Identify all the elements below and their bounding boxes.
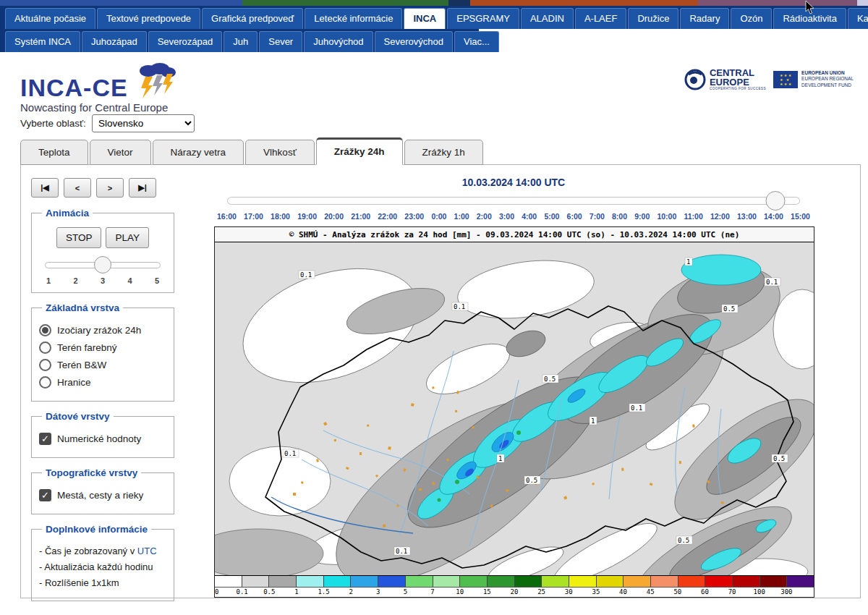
contour-label: 0.5 bbox=[773, 455, 785, 462]
city-marker bbox=[476, 475, 479, 478]
logo-title: INCA-CE bbox=[20, 75, 128, 100]
nav-item-syst-m-inca[interactable]: Systém INCA bbox=[5, 31, 80, 52]
contour-label: 0.5 bbox=[678, 537, 689, 544]
nav-item-viac[interactable]: Viac... bbox=[454, 31, 499, 52]
nav-item-juhov-chod[interactable]: Juhovýchod bbox=[304, 31, 373, 52]
nav-item-grafick-predpove[interactable]: Grafická predpoveď bbox=[202, 8, 303, 29]
mouse-cursor-icon bbox=[805, 1, 815, 15]
nav-item-inca[interactable]: INCA bbox=[404, 8, 446, 29]
legend-cell-7 bbox=[406, 576, 433, 587]
tick-3-00: 3:00 bbox=[499, 212, 514, 221]
nav-item-epsgramy[interactable]: EPSGRAMY bbox=[447, 8, 519, 29]
nav-item-juh[interactable]: Juh bbox=[224, 31, 258, 52]
legend-cell-1 bbox=[242, 576, 270, 587]
current-timestamp: 10.03.2024 14:00 UTC bbox=[214, 177, 813, 188]
radio-dot bbox=[42, 327, 48, 334]
info-section: Doplnkové informácie - Čas je zobrazovan… bbox=[31, 524, 174, 601]
tick-7-00: 7:00 bbox=[590, 212, 605, 221]
first-frame-button[interactable]: |◀ bbox=[31, 178, 59, 198]
tick-10-00: 10:00 bbox=[657, 212, 676, 221]
legend-cell-9 bbox=[460, 576, 488, 587]
tab-zr-ky-24h[interactable]: Zrážky 24h bbox=[316, 137, 403, 165]
time-slider-thumb[interactable] bbox=[765, 191, 785, 211]
nav-item-kamery[interactable]: Kamery bbox=[848, 8, 868, 29]
contour-label: 1 bbox=[498, 455, 502, 462]
legend-cell-12 bbox=[542, 576, 569, 587]
nav-item-radary[interactable]: Radary bbox=[680, 8, 729, 29]
checkbox-option-numerick-hodnoty[interactable]: ✓Numerické hodnoty bbox=[39, 433, 166, 445]
prev-frame-button[interactable]: < bbox=[64, 178, 91, 198]
tick-1-00: 1:00 bbox=[454, 212, 469, 221]
nav-item-dru-ice[interactable]: Družice bbox=[628, 8, 678, 29]
legend-cell-3 bbox=[297, 576, 324, 587]
tick-5-00: 5:00 bbox=[544, 212, 559, 221]
checkbox-label: Numerické hodnoty bbox=[57, 433, 141, 444]
nav-item-textov-predpovede[interactable]: Textové predpovede bbox=[97, 8, 200, 29]
city-marker bbox=[419, 488, 422, 491]
legend-cell-18 bbox=[705, 576, 733, 587]
checkbox-checked[interactable]: ✓ bbox=[39, 489, 51, 501]
speed-slider-thumb[interactable] bbox=[94, 256, 111, 273]
data-layers-section: Dátové vrstvy ✓Numerické hodnoty bbox=[31, 411, 174, 458]
time-slider[interactable] bbox=[227, 191, 800, 211]
play-button[interactable]: PLAY bbox=[106, 227, 149, 248]
tick-2-00: 2:00 bbox=[477, 212, 492, 221]
contour-label: 0.1 bbox=[284, 450, 296, 457]
tab-n-razy-vetra[interactable]: Nárazy vetra bbox=[153, 140, 244, 165]
nav-item-a-laef[interactable]: A-LAEF bbox=[575, 8, 627, 29]
nav-item-aktu-lne-po-asie[interactable]: Aktuálne počasie bbox=[5, 8, 95, 29]
tab-zr-ky-1h[interactable]: Zrážky 1h bbox=[404, 140, 483, 165]
time-ticks: 16:0017:0018:0019:0020:0021:0022:0023:00… bbox=[217, 212, 810, 221]
city-marker bbox=[455, 410, 457, 412]
radio-option-ter-n-b-w[interactable]: Terén B&W bbox=[39, 359, 166, 371]
contour-label: 0.1 bbox=[454, 303, 465, 310]
checkbox-checked[interactable]: ✓ bbox=[39, 433, 51, 445]
region-select[interactable]: Slovensko bbox=[92, 114, 195, 132]
contour-label: 1 bbox=[591, 417, 595, 425]
legend-label-0: 0 bbox=[215, 588, 218, 595]
tab-teplota[interactable]: Teplota bbox=[20, 140, 88, 165]
nav-item-leteck-inform-cie[interactable]: Letecké informácie bbox=[305, 8, 402, 29]
ce-line2: EUROPE bbox=[710, 77, 766, 87]
sidebar-controls: |◀<>▶| Animácia STOP PLAY 12345 Základná… bbox=[30, 177, 174, 588]
animation-speed-slider[interactable] bbox=[45, 255, 161, 274]
time-slider-track[interactable] bbox=[227, 197, 800, 205]
tab-vietor[interactable]: Vietor bbox=[90, 140, 151, 165]
logo-tagline: Nowcasting for Central Europe bbox=[20, 101, 177, 114]
checkbox-option-mest-cesty-a-rieky[interactable]: ✓Mestá, cesty a rieky bbox=[39, 489, 166, 501]
radio-option-izo-iary-zr-ok-24h[interactable]: Izočiary zrážok 24h bbox=[39, 324, 166, 336]
legend-cell-14 bbox=[597, 576, 624, 587]
radio-unselected[interactable] bbox=[39, 342, 51, 354]
tick-23-00: 23:00 bbox=[404, 212, 424, 221]
city-marker bbox=[679, 461, 681, 464]
nav-item-juhoz-pad[interactable]: Juhozápad bbox=[82, 31, 147, 52]
radio-unselected[interactable] bbox=[39, 359, 51, 371]
stop-button[interactable]: STOP bbox=[56, 227, 102, 248]
utc-link[interactable]: UTC bbox=[137, 546, 157, 556]
next-frame-button[interactable]: > bbox=[96, 178, 124, 198]
central-europe-logo: CENTRAL EUROPE COOPERATING FOR SUCCESS bbox=[684, 68, 766, 90]
speed-label-2: 2 bbox=[73, 276, 77, 285]
radio-option-ter-n-farebn[interactable]: Terén farebný bbox=[39, 342, 166, 354]
animation-section: Animácia STOP PLAY 12345 bbox=[31, 208, 174, 293]
nav-item-sever[interactable]: Sever bbox=[259, 31, 302, 52]
legend-value-labels: 00.10.511.523571015202530354045506070100… bbox=[215, 588, 814, 597]
tab-vlhkos[interactable]: Vlhkosť bbox=[245, 140, 315, 165]
radio-option-hranice[interactable]: Hranice bbox=[39, 376, 166, 389]
tab-content-panel: |◀<>▶| Animácia STOP PLAY 12345 Základná… bbox=[20, 164, 861, 598]
nav-item-oz-n[interactable]: Ozón bbox=[731, 8, 772, 29]
central-europe-emblem-icon bbox=[684, 69, 706, 90]
radio-unselected[interactable] bbox=[39, 376, 51, 389]
legend-cell-0 bbox=[215, 576, 242, 587]
nav-item-severoz-pad[interactable]: Severozápad bbox=[148, 31, 223, 52]
animation-title: Animácia bbox=[42, 208, 93, 219]
tick-6-00: 6:00 bbox=[567, 212, 582, 221]
nav-item-severov-chod[interactable]: Severovýchod bbox=[375, 31, 453, 52]
nav-item-aladin[interactable]: ALADIN bbox=[521, 8, 574, 29]
precipitation-map: © SHMÚ - Analýza zrážok za 24 hod [mm] -… bbox=[214, 226, 814, 598]
legend-label-3: 3 bbox=[376, 588, 380, 595]
radio-selected[interactable] bbox=[39, 324, 51, 336]
legend-cell-13 bbox=[569, 576, 597, 587]
city-marker bbox=[367, 424, 370, 427]
last-frame-button[interactable]: ▶| bbox=[129, 178, 156, 198]
